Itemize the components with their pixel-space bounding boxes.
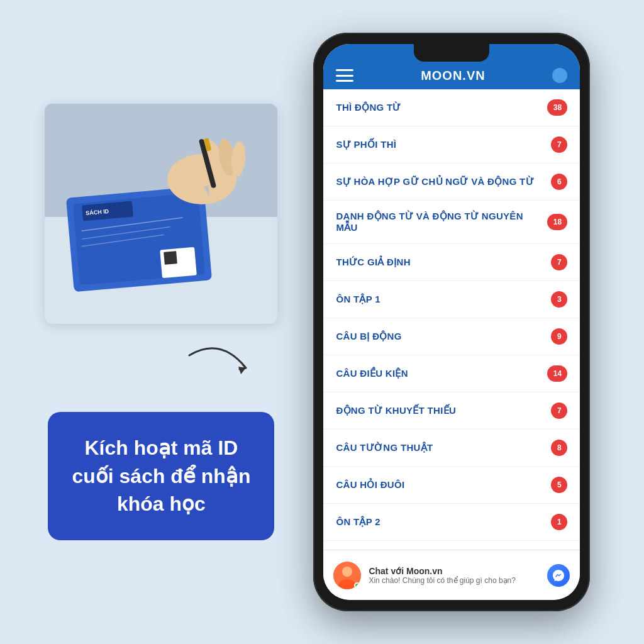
main-container: SÁCH ID	[0, 0, 644, 644]
course-badge: 1	[551, 514, 567, 530]
course-badge: 5	[551, 477, 567, 493]
course-name: THỨC GIẢ ĐỊNH	[336, 257, 410, 268]
svg-rect-10	[164, 251, 178, 265]
blue-card-text: Kích hoạt mã ID cuối sách để nhận khóa h…	[72, 436, 250, 516]
photo-content: SÁCH ID	[45, 104, 277, 324]
course-badge: 14	[547, 365, 567, 382]
course-badge: 7	[551, 402, 567, 419]
list-item[interactable]: THỨC GIẢ ĐỊNH 7	[323, 244, 580, 281]
right-side: MOON.VN THÌ ĐỘNG TỪ 38 SỰ PHỐI THÌ 7	[291, 25, 613, 619]
chat-bar[interactable]: Chat với Moon.vn Xin chào! Chúng tôi có …	[323, 550, 580, 595]
course-name: CÂU BỊ ĐỘNG	[336, 331, 401, 342]
blue-card: Kích hoạt mã ID cuối sách để nhận khóa h…	[48, 412, 274, 540]
course-name: ĐỘNG TỪ KHUYẾT THIẾU	[336, 405, 456, 416]
course-badge: 3	[551, 291, 567, 308]
course-name: SỰ HÒA HỢP GỮ CHỦ NGỮ VÀ ĐỘNG TỪ	[336, 176, 533, 187]
course-badge: 18	[547, 214, 567, 230]
list-item[interactable]: ÔN TẬP 2 1	[323, 504, 580, 541]
list-item[interactable]: CÂU TƯỜNG THUẬT 8	[323, 430, 580, 467]
list-item[interactable]: DANH ĐỘNG TỪ VÀ ĐỘNG TỪ NGUYÊN MẪU 18	[323, 201, 580, 244]
course-badge: 38	[547, 99, 567, 116]
chat-title: Chat với Moon.vn	[369, 566, 540, 576]
course-name: CÂU TƯỜNG THUẬT	[336, 442, 433, 453]
avatar	[333, 562, 361, 589]
course-name: SỰ PHỐI THÌ	[336, 139, 396, 150]
svg-point-19	[342, 567, 352, 577]
course-badge: 9	[551, 328, 567, 345]
list-item[interactable]: ĐỘNG TỪ KHUYẾT THIẾU 7	[323, 392, 580, 430]
course-list: THÌ ĐỘNG TỪ 38 SỰ PHỐI THÌ 7 SỰ HÒA HỢP …	[323, 89, 580, 595]
header-dot	[552, 68, 567, 83]
phone-screen: MOON.VN THÌ ĐỘNG TỪ 38 SỰ PHỐI THÌ 7	[323, 44, 580, 600]
course-badge: 7	[551, 254, 567, 270]
course-badge: 7	[551, 136, 567, 153]
photo-frame: SÁCH ID	[45, 104, 277, 324]
list-item[interactable]: SỰ PHỐI THÌ 7	[323, 126, 580, 164]
list-item[interactable]: ÔN TẬP 1 3	[323, 281, 580, 318]
course-name: THÌ ĐỘNG TỪ	[336, 102, 401, 113]
list-item[interactable]: CÂU HỎI ĐUÔI 5	[323, 467, 580, 504]
left-side: SÁCH ID	[31, 25, 291, 619]
course-name: CÂU ĐIỀU KIỆN	[336, 368, 408, 379]
list-item[interactable]: CÂU BỊ ĐỘNG 9	[323, 318, 580, 355]
menu-icon[interactable]	[336, 69, 353, 82]
list-item[interactable]: THÌ ĐỘNG TỪ 38	[323, 89, 580, 126]
list-item[interactable]: CÂU ĐIỀU KIỆN 14	[323, 355, 580, 392]
course-name: CÂU HỎI ĐUÔI	[336, 479, 404, 491]
phone-content: THÌ ĐỘNG TỪ 38 SỰ PHỐI THÌ 7 SỰ HÒA HỢP …	[323, 89, 580, 595]
chat-subtitle: Xin chào! Chúng tôi có thể giúp gì cho b…	[369, 576, 540, 585]
list-item[interactable]: SỰ HÒA HỢP GỮ CHỦ NGỮ VÀ ĐỘNG TỪ 6	[323, 164, 580, 201]
arrow-icon	[183, 343, 258, 393]
course-name: ÔN TẬP 2	[336, 516, 380, 528]
online-indicator	[354, 582, 360, 589]
header-title: MOON.VN	[421, 69, 486, 83]
course-name: DANH ĐỘNG TỪ VÀ ĐỘNG TỪ NGUYÊN MẪU	[336, 211, 547, 233]
phone-notch	[414, 44, 489, 62]
chat-info: Chat với Moon.vn Xin chào! Chúng tôi có …	[369, 566, 540, 585]
messenger-icon[interactable]	[547, 564, 570, 587]
arrow-container	[45, 343, 277, 393]
course-badge: 6	[551, 174, 567, 190]
photo-illustration: SÁCH ID	[45, 104, 277, 324]
phone-device: MOON.VN THÌ ĐỘNG TỪ 38 SỰ PHỐI THÌ 7	[313, 33, 590, 611]
course-badge: 8	[551, 440, 567, 456]
course-name: ÔN TẬP 1	[336, 294, 380, 305]
